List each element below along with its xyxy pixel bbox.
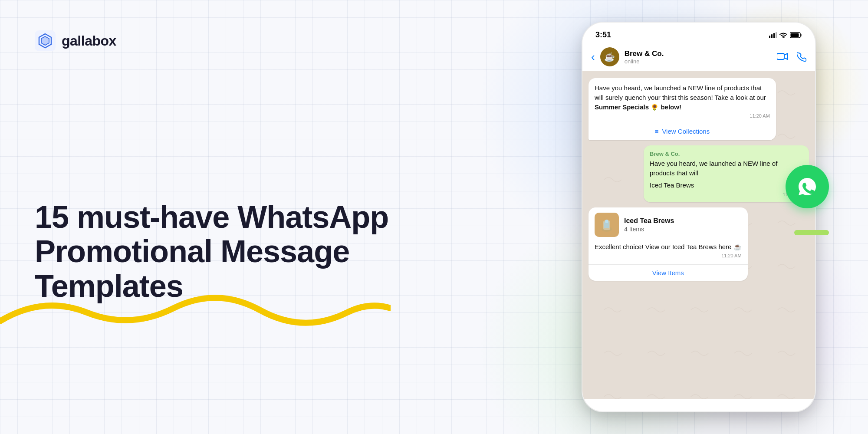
svg-rect-11	[604, 222, 609, 228]
whatsapp-bubble	[786, 165, 829, 208]
product-image	[595, 213, 619, 237]
svg-rect-8	[777, 53, 784, 59]
svg-rect-7	[791, 33, 799, 37]
message-sender-2: Brew & Co.	[650, 151, 803, 157]
status-time: 3:51	[595, 30, 611, 39]
product-description: Excellent choice! View our Iced Tea Brew…	[595, 242, 742, 252]
header-icons	[777, 52, 806, 62]
phone-frame: 3:51	[582, 22, 816, 412]
message-time-3: 11:20 AM	[595, 253, 742, 258]
battery-icon	[790, 32, 802, 38]
view-collections-button[interactable]: ≡ View Collections	[595, 123, 770, 135]
list-icon: ≡	[655, 128, 659, 135]
message-text-1: Have you heard, we launched a NEW line o…	[595, 83, 770, 112]
svg-rect-3	[773, 33, 775, 38]
message-bubble-2: Brew & Co. Have you heard, we launched a…	[644, 145, 809, 202]
contact-status: online	[625, 58, 772, 65]
svg-rect-2	[771, 34, 773, 38]
chat-header: ‹ ☕ Brew & Co. online	[582, 43, 815, 71]
status-bar: 3:51	[582, 23, 815, 43]
message-subtext-2: Iced Tea Brews	[650, 181, 803, 190]
status-icons	[769, 32, 802, 38]
headline: 15 must-have WhatsApp Promotional Messag…	[35, 200, 391, 303]
logo-text: gallabox	[62, 33, 116, 49]
contact-name: Brew & Co.	[625, 49, 772, 58]
signal-icon	[769, 32, 777, 38]
svg-rect-4	[776, 32, 777, 38]
message-time-1: 11:20 AM	[595, 113, 770, 118]
gallabox-logo-icon	[35, 30, 56, 51]
contact-info: Brew & Co. online	[625, 49, 772, 65]
svg-point-12	[605, 220, 608, 223]
product-card-body: Excellent choice! View our Iced Tea Brew…	[589, 242, 748, 260]
phone-container: 3:51	[582, 22, 816, 412]
message-bubble-1: Have you heard, we launched a NEW line o…	[589, 78, 776, 140]
svg-rect-1	[769, 36, 770, 38]
video-icon[interactable]	[777, 52, 788, 61]
contact-avatar: ☕	[600, 47, 619, 66]
logo-area: gallabox	[35, 30, 116, 51]
svg-point-5	[783, 37, 784, 38]
view-items-button[interactable]: View Items	[589, 264, 748, 281]
product-info: Iced Tea Brews 4 Items	[624, 217, 674, 233]
product-card-header: Iced Tea Brews 4 Items	[589, 207, 748, 242]
phone-call-icon[interactable]	[797, 52, 806, 62]
left-content: gallabox 15 must-have WhatsApp Promotion…	[35, 0, 391, 434]
chat-messages: Have you heard, we launched a NEW line o…	[582, 71, 815, 399]
product-card: Iced Tea Brews 4 Items Excellent choice!…	[589, 207, 748, 281]
message-time-2: 11:20 AM	[650, 192, 803, 197]
green-stripe-accent	[794, 230, 829, 235]
back-button[interactable]: ‹	[591, 50, 595, 64]
message-text-2: Have you heard, we launched a NEW line o…	[650, 159, 803, 178]
whatsapp-icon	[795, 174, 819, 199]
wifi-icon	[779, 32, 787, 38]
product-name: Iced Tea Brews	[624, 217, 674, 225]
product-count: 4 Items	[624, 226, 674, 233]
